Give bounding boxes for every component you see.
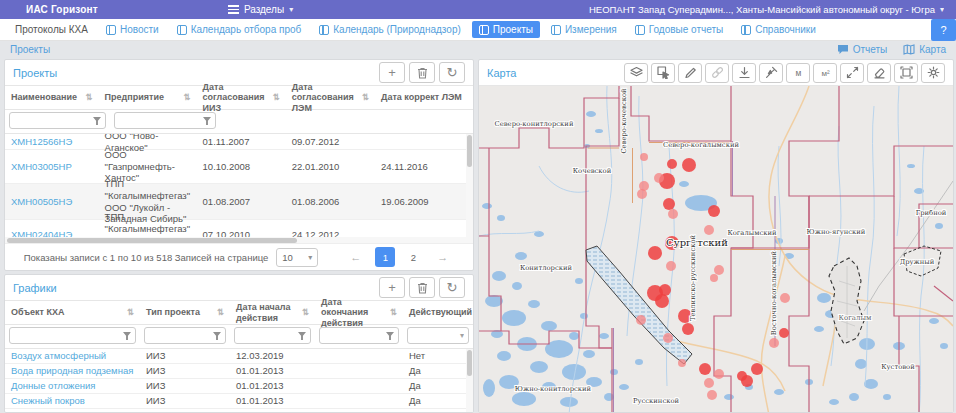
sort-icon[interactable]: ⇅ xyxy=(362,93,369,103)
select-button[interactable] xyxy=(651,63,675,83)
project-link[interactable]: ХМН12566НЭ xyxy=(5,134,99,149)
measure-area-button[interactable]: м² xyxy=(813,63,837,83)
map-marker[interactable] xyxy=(682,323,694,335)
chart-link[interactable]: Вода природная xyxy=(5,408,140,413)
tab-novosti[interactable]: Новости xyxy=(99,21,166,38)
chart-link[interactable]: Воздух атмосферный xyxy=(5,349,140,364)
map-marker[interactable] xyxy=(780,293,790,303)
vertical-scrollbar[interactable] xyxy=(466,349,473,413)
user-region-menu[interactable]: НЕОПАНТ Запад Суперадмин..., Ханты-Манси… xyxy=(589,4,944,15)
refresh-button[interactable]: ↻ xyxy=(439,62,465,83)
sort-icon[interactable]: ⇅ xyxy=(217,308,224,318)
map-marker[interactable] xyxy=(654,173,664,183)
breadcrumb[interactable]: Проекты xyxy=(10,44,50,55)
add-button[interactable]: + xyxy=(379,62,405,83)
map-marker[interactable] xyxy=(682,158,696,172)
measure-length-button[interactable]: м xyxy=(786,63,810,83)
filter-actual-select[interactable]: ▾ xyxy=(407,327,469,344)
table-row[interactable]: Вода природная ИИЗ 01.01.2013 Да xyxy=(5,409,473,413)
map-viewport[interactable]: Северо-конитлорский Северо-кочевской Сев… xyxy=(479,86,953,412)
map-marker[interactable] xyxy=(663,198,675,210)
chart-link[interactable]: Вода природная подземная xyxy=(5,363,140,379)
filter-date-start-input[interactable] xyxy=(235,328,310,343)
filter-company-input[interactable] xyxy=(115,113,215,128)
add-button[interactable]: + xyxy=(379,277,405,298)
map-marker[interactable] xyxy=(668,209,678,219)
sort-icon[interactable]: ⇅ xyxy=(273,93,280,103)
refresh-button[interactable]: ↻ xyxy=(439,277,465,298)
charts-title[interactable]: Графики xyxy=(13,282,57,294)
next-page-button[interactable]: → xyxy=(431,251,454,263)
sort-icon[interactable]: ⇅ xyxy=(85,93,92,103)
prev-page-button[interactable]: ← xyxy=(344,251,367,263)
map-marker[interactable] xyxy=(667,159,677,169)
vertical-scrollbar[interactable] xyxy=(466,134,473,237)
map-marker[interactable] xyxy=(710,274,718,282)
sort-icon[interactable]: ⇅ xyxy=(183,93,190,103)
filter-date-end-input[interactable] xyxy=(320,328,398,343)
map-canvas[interactable]: Северо-конитлорский Северо-кочевской Сев… xyxy=(479,86,953,412)
eraser-button[interactable] xyxy=(867,63,891,83)
projects-title[interactable]: Проекты xyxy=(13,67,57,79)
delete-button[interactable] xyxy=(409,62,435,83)
map-marker[interactable] xyxy=(704,378,714,388)
link-button[interactable] xyxy=(705,63,729,83)
map-marker[interactable] xyxy=(678,359,686,367)
sort-icon[interactable]: ⇅ xyxy=(127,308,134,318)
map-marker[interactable] xyxy=(769,338,779,348)
page-1-button[interactable]: 1 xyxy=(375,247,395,267)
sort-icon[interactable]: ⇅ xyxy=(302,308,309,318)
filter-name-input[interactable] xyxy=(10,113,105,128)
filter-object-input[interactable] xyxy=(10,328,135,343)
help-button[interactable]: ? xyxy=(931,19,956,41)
page-2-button[interactable]: 2 xyxy=(403,247,423,267)
fullscreen-button[interactable] xyxy=(840,63,864,83)
tab-izmereniya[interactable]: Измерения xyxy=(544,21,624,38)
map-marker[interactable] xyxy=(636,315,646,325)
table-row[interactable]: Донные отложения ИИЗ 01.01.2013 Да xyxy=(5,379,473,394)
table-row[interactable]: Воздух атмосферный ИИЗ 12.03.2019 Нет xyxy=(5,349,473,364)
project-link[interactable]: ХМН00505НЭ xyxy=(5,194,99,210)
map-marker[interactable] xyxy=(751,363,763,375)
map-marker[interactable] xyxy=(663,333,673,343)
map-marker[interactable] xyxy=(714,369,724,379)
table-row[interactable]: ХМН00505НЭ ТПП "Когалымнефтегаз" ООО "Лу… xyxy=(5,184,473,220)
layers-button[interactable] xyxy=(624,63,648,83)
delete-button[interactable] xyxy=(409,277,435,298)
tab-protokoly-kha[interactable]: Протоколы КХА xyxy=(8,21,95,38)
draw-button[interactable] xyxy=(678,63,702,83)
reports-link[interactable]: Отчеты xyxy=(837,44,888,55)
map-marker[interactable] xyxy=(699,363,711,375)
tab-kalendar-prirodnadzor[interactable]: Календарь (Природнадзор) xyxy=(312,21,468,38)
map-title[interactable]: Карта xyxy=(487,67,516,79)
map-link[interactable]: Карта xyxy=(903,44,946,55)
tab-godovye-otchety[interactable]: Годовые отчеты xyxy=(628,21,730,38)
map-marker[interactable] xyxy=(640,153,648,161)
tab-kalendar-otbora-prob[interactable]: Календарь отбора проб xyxy=(170,21,309,38)
page-size-select[interactable]: 10▾ xyxy=(276,248,318,267)
sections-menu[interactable]: Разделы ▾ xyxy=(228,3,293,16)
map-marker[interactable] xyxy=(655,294,669,308)
table-row[interactable]: ХМН03005НР ООО "Газпромнефть-Хантос" 10.… xyxy=(5,150,473,184)
tab-proekty[interactable]: Проекты xyxy=(472,21,540,38)
table-row[interactable]: ХМН12566НЭ ООО "Ново-Аганское" 01.11.200… xyxy=(5,134,473,150)
settings-button[interactable] xyxy=(921,63,945,83)
map-marker[interactable] xyxy=(648,246,662,260)
download-button[interactable] xyxy=(732,63,756,83)
map-marker[interactable] xyxy=(779,328,789,338)
map-marker[interactable] xyxy=(708,205,720,217)
pin-button[interactable] xyxy=(759,63,783,83)
map-marker[interactable] xyxy=(707,390,717,400)
table-row[interactable]: Снежный покров ИИЗ 01.01.2013 Да xyxy=(5,394,473,409)
horizontal-scrollbar[interactable] xyxy=(5,237,473,244)
extent-button[interactable] xyxy=(894,63,918,83)
map-marker[interactable] xyxy=(714,265,724,275)
sort-icon[interactable]: ⇅ xyxy=(390,308,397,318)
filter-type-input[interactable] xyxy=(145,328,225,343)
table-row[interactable]: ХМН02404НЭ ТПП "Когалымнефтегаз" ООО "Лу… xyxy=(5,220,473,237)
tab-spravochniki[interactable]: Справочники xyxy=(734,21,823,38)
map-marker[interactable] xyxy=(637,189,647,199)
project-link[interactable]: ХМН02404НЭ xyxy=(5,227,99,237)
project-link[interactable]: ХМН03005НР xyxy=(5,159,99,175)
chart-link[interactable]: Снежный покров xyxy=(5,393,140,409)
